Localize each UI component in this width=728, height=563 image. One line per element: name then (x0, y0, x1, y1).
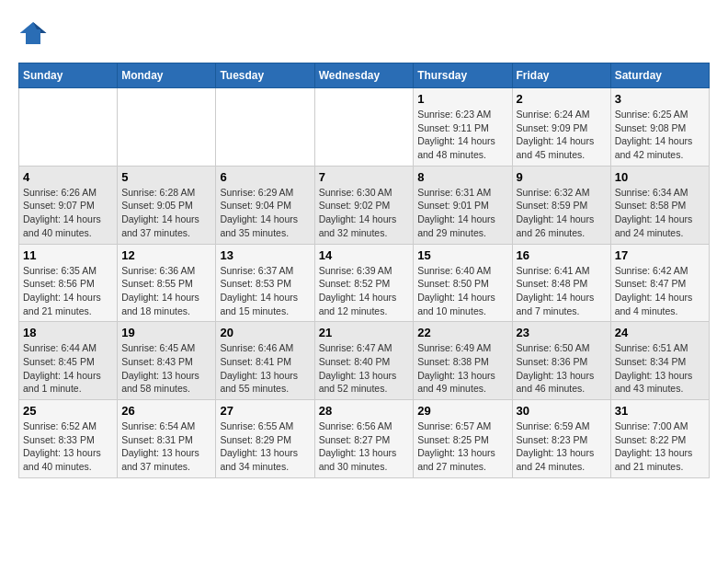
day-cell (314, 88, 414, 167)
week-row-1: 1Sunrise: 6:23 AM Sunset: 9:11 PM Daylig… (19, 88, 710, 167)
day-info: Sunrise: 6:52 AM Sunset: 8:33 PM Dayligh… (23, 419, 113, 474)
day-cell: 2Sunrise: 6:24 AM Sunset: 9:09 PM Daylig… (512, 88, 610, 167)
day-number: 8 (417, 170, 507, 184)
day-number: 16 (517, 248, 607, 262)
day-info: Sunrise: 6:24 AM Sunset: 9:09 PM Dayligh… (517, 108, 607, 162)
day-number: 9 (517, 170, 607, 184)
page-header (18, 18, 710, 48)
day-cell: 30Sunrise: 6:59 AM Sunset: 8:23 PM Dayli… (512, 400, 610, 478)
day-info: Sunrise: 6:59 AM Sunset: 8:23 PM Dayligh… (517, 419, 607, 474)
day-info: Sunrise: 6:45 AM Sunset: 8:43 PM Dayligh… (121, 341, 211, 396)
day-number: 14 (319, 248, 410, 262)
header-wednesday: Wednesday (314, 63, 414, 88)
day-number: 17 (615, 248, 705, 262)
day-number: 3 (615, 92, 705, 106)
week-row-2: 4Sunrise: 6:26 AM Sunset: 9:07 PM Daylig… (19, 166, 710, 244)
day-number: 23 (517, 326, 607, 339)
day-number: 24 (615, 326, 705, 339)
day-info: Sunrise: 6:36 AM Sunset: 8:55 PM Dayligh… (121, 264, 211, 318)
day-number: 30 (517, 404, 607, 418)
day-number: 7 (319, 170, 410, 184)
day-cell: 17Sunrise: 6:42 AM Sunset: 8:47 PM Dayli… (610, 244, 709, 322)
header-saturday: Saturday (610, 63, 709, 88)
day-number: 20 (220, 326, 310, 339)
day-cell: 16Sunrise: 6:41 AM Sunset: 8:48 PM Dayli… (512, 244, 610, 322)
day-info: Sunrise: 6:31 AM Sunset: 9:01 PM Dayligh… (417, 186, 507, 240)
day-info: Sunrise: 6:55 AM Sunset: 8:29 PM Dayligh… (220, 419, 310, 474)
day-number: 29 (417, 404, 507, 418)
header-tuesday: Tuesday (216, 63, 314, 88)
day-number: 10 (615, 170, 705, 184)
day-cell: 18Sunrise: 6:44 AM Sunset: 8:45 PM Dayli… (19, 322, 118, 400)
day-info: Sunrise: 6:28 AM Sunset: 9:05 PM Dayligh… (121, 186, 211, 240)
day-info: Sunrise: 6:42 AM Sunset: 8:47 PM Dayligh… (615, 264, 705, 318)
day-cell (216, 88, 314, 167)
header-sunday: Sunday (19, 63, 118, 88)
day-cell: 5Sunrise: 6:28 AM Sunset: 9:05 PM Daylig… (118, 166, 216, 244)
day-cell: 8Sunrise: 6:31 AM Sunset: 9:01 PM Daylig… (414, 166, 512, 244)
day-cell: 20Sunrise: 6:46 AM Sunset: 8:41 PM Dayli… (216, 322, 314, 400)
day-cell: 10Sunrise: 6:34 AM Sunset: 8:58 PM Dayli… (610, 166, 709, 244)
day-info: Sunrise: 6:39 AM Sunset: 8:52 PM Dayligh… (319, 264, 410, 318)
day-cell: 7Sunrise: 6:30 AM Sunset: 9:02 PM Daylig… (314, 166, 414, 244)
week-row-4: 18Sunrise: 6:44 AM Sunset: 8:45 PM Dayli… (19, 322, 710, 400)
day-number: 2 (517, 92, 607, 106)
week-row-5: 25Sunrise: 6:52 AM Sunset: 8:33 PM Dayli… (19, 400, 710, 478)
day-cell: 11Sunrise: 6:35 AM Sunset: 8:56 PM Dayli… (19, 244, 118, 322)
day-number: 27 (220, 404, 310, 418)
day-info: Sunrise: 7:00 AM Sunset: 8:22 PM Dayligh… (615, 419, 705, 474)
day-number: 31 (615, 404, 705, 418)
logo (18, 18, 51, 48)
day-cell: 26Sunrise: 6:54 AM Sunset: 8:31 PM Dayli… (118, 400, 216, 478)
calendar-table: SundayMondayTuesdayWednesdayThursdayFrid… (18, 63, 710, 478)
header-monday: Monday (118, 63, 216, 88)
calendar-header-row: SundayMondayTuesdayWednesdayThursdayFrid… (19, 63, 710, 88)
day-cell: 22Sunrise: 6:49 AM Sunset: 8:38 PM Dayli… (414, 322, 512, 400)
day-cell: 24Sunrise: 6:51 AM Sunset: 8:34 PM Dayli… (610, 322, 709, 400)
day-info: Sunrise: 6:40 AM Sunset: 8:50 PM Dayligh… (417, 264, 507, 318)
day-number: 12 (121, 248, 211, 262)
day-info: Sunrise: 6:35 AM Sunset: 8:56 PM Dayligh… (23, 264, 113, 318)
day-info: Sunrise: 6:56 AM Sunset: 8:27 PM Dayligh… (319, 419, 410, 474)
day-info: Sunrise: 6:29 AM Sunset: 9:04 PM Dayligh… (220, 186, 310, 240)
day-cell: 28Sunrise: 6:56 AM Sunset: 8:27 PM Dayli… (314, 400, 414, 478)
week-row-3: 11Sunrise: 6:35 AM Sunset: 8:56 PM Dayli… (19, 244, 710, 322)
day-number: 4 (23, 170, 113, 184)
day-cell: 6Sunrise: 6:29 AM Sunset: 9:04 PM Daylig… (216, 166, 314, 244)
day-info: Sunrise: 6:23 AM Sunset: 9:11 PM Dayligh… (417, 108, 507, 162)
day-cell: 1Sunrise: 6:23 AM Sunset: 9:11 PM Daylig… (414, 88, 512, 167)
day-info: Sunrise: 6:51 AM Sunset: 8:34 PM Dayligh… (615, 341, 705, 396)
day-cell: 13Sunrise: 6:37 AM Sunset: 8:53 PM Dayli… (216, 244, 314, 322)
day-cell: 3Sunrise: 6:25 AM Sunset: 9:08 PM Daylig… (610, 88, 709, 167)
day-cell: 31Sunrise: 7:00 AM Sunset: 8:22 PM Dayli… (610, 400, 709, 478)
day-info: Sunrise: 6:54 AM Sunset: 8:31 PM Dayligh… (121, 419, 211, 474)
day-number: 18 (23, 326, 113, 339)
day-info: Sunrise: 6:49 AM Sunset: 8:38 PM Dayligh… (417, 341, 507, 396)
day-cell: 14Sunrise: 6:39 AM Sunset: 8:52 PM Dayli… (314, 244, 414, 322)
day-info: Sunrise: 6:30 AM Sunset: 9:02 PM Dayligh… (319, 186, 410, 240)
day-info: Sunrise: 6:57 AM Sunset: 8:25 PM Dayligh… (417, 419, 507, 474)
day-number: 26 (121, 404, 211, 418)
day-cell: 15Sunrise: 6:40 AM Sunset: 8:50 PM Dayli… (414, 244, 512, 322)
day-info: Sunrise: 6:47 AM Sunset: 8:40 PM Dayligh… (319, 341, 410, 396)
day-number: 13 (220, 248, 310, 262)
day-info: Sunrise: 6:34 AM Sunset: 8:58 PM Dayligh… (615, 186, 705, 240)
day-info: Sunrise: 6:46 AM Sunset: 8:41 PM Dayligh… (220, 341, 310, 396)
day-number: 15 (417, 248, 507, 262)
day-cell: 19Sunrise: 6:45 AM Sunset: 8:43 PM Dayli… (118, 322, 216, 400)
day-cell (118, 88, 216, 167)
day-cell: 27Sunrise: 6:55 AM Sunset: 8:29 PM Dayli… (216, 400, 314, 478)
day-info: Sunrise: 6:44 AM Sunset: 8:45 PM Dayligh… (23, 341, 113, 396)
day-info: Sunrise: 6:50 AM Sunset: 8:36 PM Dayligh… (517, 341, 607, 396)
day-info: Sunrise: 6:25 AM Sunset: 9:08 PM Dayligh… (615, 108, 705, 162)
day-number: 11 (23, 248, 113, 262)
day-info: Sunrise: 6:26 AM Sunset: 9:07 PM Dayligh… (23, 186, 113, 240)
header-friday: Friday (512, 63, 610, 88)
day-number: 1 (417, 92, 507, 106)
day-cell: 21Sunrise: 6:47 AM Sunset: 8:40 PM Dayli… (314, 322, 414, 400)
day-cell: 23Sunrise: 6:50 AM Sunset: 8:36 PM Dayli… (512, 322, 610, 400)
day-number: 21 (319, 326, 410, 339)
day-cell: 29Sunrise: 6:57 AM Sunset: 8:25 PM Dayli… (414, 400, 512, 478)
day-number: 22 (417, 326, 507, 339)
header-thursday: Thursday (414, 63, 512, 88)
